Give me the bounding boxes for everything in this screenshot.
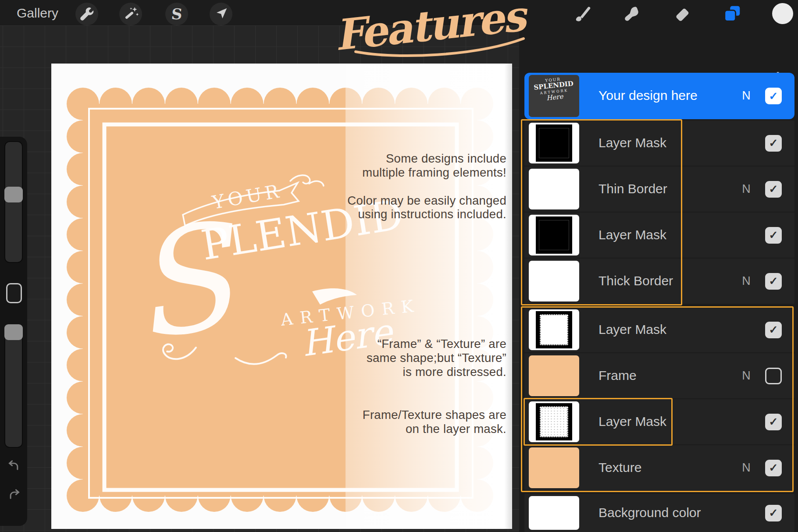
layer-name: Background color [598, 505, 701, 520]
layer-row[interactable]: Frame N ✓ [524, 353, 794, 398]
layer-name: Layer Mask [598, 414, 666, 429]
blend-mode-badge[interactable]: N [740, 182, 753, 195]
selection-button[interactable]: S [165, 3, 188, 25]
brush-size-handle[interactable] [4, 187, 23, 202]
layers-panel-button[interactable] [721, 3, 744, 25]
redo-button[interactable] [5, 486, 23, 505]
annotation-frame-texture: “Frame” & “Texture” are same shape;but “… [367, 337, 506, 379]
brush-opacity-handle[interactable] [4, 324, 23, 340]
wrench-icon [78, 5, 96, 23]
layer-visibility-checkbox[interactable]: ✓ [765, 414, 782, 430]
annotation-layer-mask: Frame/Texture shapes are on the layer ma… [363, 408, 506, 436]
layer-visibility-checkbox[interactable]: ✓ [765, 460, 782, 476]
layer-name: Thin Border [598, 181, 667, 196]
smudge-icon [622, 4, 641, 24]
layer-name: Your design here [598, 88, 698, 103]
layer-visibility-checkbox[interactable]: ✓ [765, 227, 782, 244]
blend-mode-badge[interactable]: N [740, 274, 753, 287]
layer-thumbnail[interactable] [529, 447, 579, 488]
smudge-tool-button[interactable] [620, 3, 643, 25]
brush-icon [573, 4, 592, 24]
redo-icon [5, 499, 23, 506]
modify-button[interactable] [6, 283, 22, 303]
mini-artwork-preview: YOURSPLENDIDARTWORKHere [529, 75, 579, 104]
layer-name: Thick Border [598, 273, 673, 288]
layer-row[interactable]: Layer Mask ✓ [524, 399, 794, 444]
layer-name: Texture [598, 460, 641, 475]
procreate-app: YOUR S PLENDID ARTWORK Here Some designs… [0, 0, 798, 532]
layer-row[interactable]: Layer Mask ✓ [524, 121, 794, 166]
active-color-swatch[interactable] [772, 3, 793, 24]
annotation-framing: Some designs include multiple framing el… [362, 152, 506, 180]
layer-name: Frame [598, 368, 637, 383]
adjustments-button[interactable] [119, 3, 142, 25]
layer-row[interactable]: Texture N ✓ [524, 445, 794, 490]
layer-row[interactable]: Thick Border N ✓ [524, 259, 794, 304]
layer-thumbnail[interactable] [529, 169, 579, 209]
undo-icon [5, 470, 23, 477]
layer-thumbnail[interactable] [529, 215, 579, 255]
layer-name: Layer Mask [598, 227, 666, 242]
layer-name: Layer Mask [598, 135, 666, 150]
layer-visibility-checkbox[interactable]: ✓ [765, 273, 782, 290]
eraser-tool-button[interactable] [670, 3, 693, 25]
blend-mode-badge[interactable]: N [740, 89, 753, 103]
layer-thumbnail[interactable] [529, 401, 579, 442]
layer-visibility-checkbox[interactable]: ✓ [765, 88, 782, 104]
top-toolbar: Gallery S [0, 0, 798, 25]
adjustments-wand-icon [122, 5, 139, 23]
layer-visibility-checkbox[interactable]: ✓ [765, 368, 782, 384]
brush-tool-button[interactable] [571, 3, 594, 25]
layer-thumbnail[interactable]: YOURSPLENDIDARTWORKHere [529, 75, 579, 117]
layers-list: YOURSPLENDIDARTWORKHere Your design here… [524, 25, 794, 532]
layer-name: Layer Mask [598, 322, 666, 337]
layer-row[interactable]: Thin Border N ✓ [524, 167, 794, 212]
transform-button[interactable] [210, 3, 232, 25]
gallery-button[interactable]: Gallery [17, 6, 58, 21]
annotation-color: Color may be easily changed using instru… [347, 194, 506, 221]
layer-row[interactable]: Background color ✓ [524, 494, 794, 532]
layer-row[interactable]: YOURSPLENDIDARTWORKHere Your design here… [524, 73, 794, 119]
drawing-canvas[interactable]: YOUR S PLENDID ARTWORK Here [51, 64, 512, 529]
actions-button[interactable] [75, 3, 98, 25]
layer-thumbnail[interactable] [529, 309, 579, 350]
white-fade-overlay [346, 64, 512, 529]
undo-button[interactable] [5, 458, 23, 476]
layer-row[interactable]: Layer Mask ✓ [524, 307, 794, 352]
layer-visibility-checkbox[interactable]: ✓ [765, 505, 782, 521]
transform-arrow-icon [212, 5, 230, 23]
layer-thumbnail[interactable] [529, 261, 579, 301]
blend-mode-badge[interactable]: N [740, 369, 753, 382]
layer-thumbnail[interactable] [529, 496, 579, 530]
layer-row[interactable]: Layer Mask ✓ [524, 213, 794, 258]
layer-thumbnail[interactable] [529, 123, 579, 163]
blend-mode-badge[interactable]: N [740, 461, 753, 474]
layers-panel: Layers + YOURSPLENDIDARTWORKHere Your de… [519, 25, 798, 532]
layers-icon [722, 4, 742, 24]
layer-visibility-checkbox[interactable]: ✓ [765, 322, 782, 338]
layer-thumbnail[interactable] [529, 355, 579, 396]
canvas-edge-shadow [504, 64, 512, 529]
eraser-icon [672, 4, 691, 24]
layer-visibility-checkbox[interactable]: ✓ [765, 181, 782, 198]
brush-opacity-slider[interactable] [4, 324, 23, 448]
selection-icon: S [171, 5, 183, 23]
layer-visibility-checkbox[interactable]: ✓ [765, 135, 782, 152]
